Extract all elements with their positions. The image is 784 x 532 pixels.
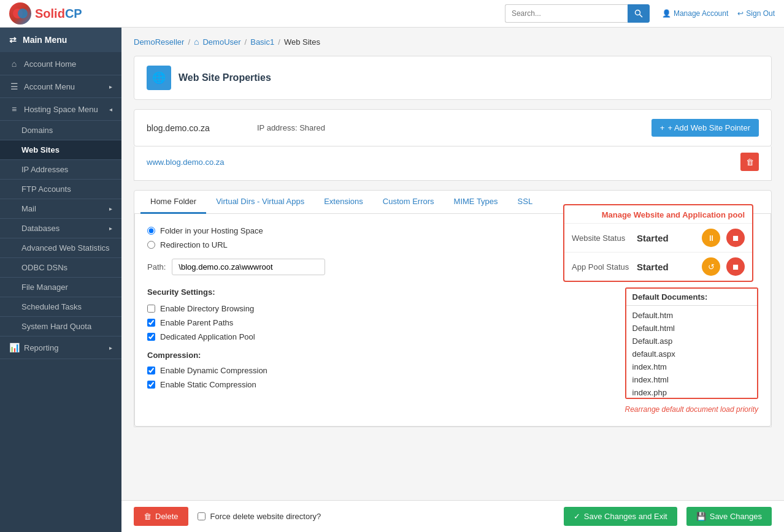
check-parent-paths[interactable]: Enable Parent Paths xyxy=(147,318,607,327)
sidebar-item-advanced-web-stats[interactable]: Advanced Web Statistics xyxy=(0,238,121,258)
add-pointer-button[interactable]: + + Add Web Site Pointer xyxy=(651,119,759,137)
breadcrumb-sep-3: / xyxy=(278,37,280,47)
website-pause-button[interactable]: ⏸ xyxy=(702,229,720,247)
list-item[interactable]: Default.asp xyxy=(626,335,757,348)
breadcrumb-basic1[interactable]: Basic1 xyxy=(250,37,274,47)
check-dynamic-compress[interactable]: Enable Dynamic Compression xyxy=(147,366,607,375)
sidebar-item-hosting-space-menu[interactable]: ≡ Hosting Space Menu ◂ xyxy=(0,98,121,121)
tab-mime-types[interactable]: MIME Types xyxy=(444,191,508,214)
check-dedicated-app-pool[interactable]: Dedicated Application Pool xyxy=(147,332,607,341)
search-box xyxy=(505,4,650,23)
menu-icon: ⇄ xyxy=(9,35,17,45)
sidebar-item-odbc-dsns[interactable]: ODBC DSNs xyxy=(0,258,121,278)
tab-virtual-dirs[interactable]: Virtual Dirs - Virtual Apps xyxy=(206,191,314,214)
db-chevron-icon: ▸ xyxy=(109,225,112,232)
app-pool-restart-button[interactable]: ↺ xyxy=(702,257,720,276)
site-url-link[interactable]: www.blog.demo.co.za xyxy=(147,158,224,167)
check-dynamic-compress-input[interactable] xyxy=(147,367,155,374)
restart-icon: ↺ xyxy=(708,262,715,272)
app-pool-status-row: App Pool Status Started ↺ ⏹ xyxy=(564,252,752,281)
breadcrumb-current: Web Sites xyxy=(284,37,320,47)
compression-section: Compression: Enable Dynamic Compression … xyxy=(147,351,607,389)
check-dir-browsing-input[interactable] xyxy=(147,305,155,313)
site-domain: blog.demo.co.za xyxy=(147,123,245,133)
sidebar-item-account-menu[interactable]: ☰ Account Menu ▸ xyxy=(0,75,121,98)
check-parent-paths-input[interactable] xyxy=(147,319,155,327)
list-item[interactable]: index.htm xyxy=(626,360,757,373)
app-pool-status-value: Started xyxy=(637,262,696,272)
settings-cols: Security Settings: Enable Directory Brow… xyxy=(147,287,758,414)
sidebar-item-ftp-accounts[interactable]: FTP Accounts xyxy=(0,180,121,199)
manage-account-link[interactable]: 👤 Manage Account xyxy=(662,9,728,18)
compression-title: Compression: xyxy=(147,351,607,360)
search-button[interactable] xyxy=(628,4,650,23)
website-stop-button[interactable]: ⏹ xyxy=(726,229,745,247)
default-docs-list: Default.htm Default.html Default.asp def… xyxy=(626,306,757,398)
sidebar-item-ip-addresses[interactable]: IP Addresses xyxy=(0,160,121,180)
hosting-menu-icon: ≡ xyxy=(9,104,19,114)
sidebar-item-account-home[interactable]: ⌂ Account Home xyxy=(0,53,121,75)
sidebar-item-web-sites[interactable]: Web Sites xyxy=(0,140,121,160)
check-static-compress-input[interactable] xyxy=(147,381,155,389)
tab-custom-errors[interactable]: Custom Errors xyxy=(373,191,444,214)
user-icon: 👤 xyxy=(662,9,671,18)
path-input[interactable] xyxy=(172,259,325,275)
sidebar-item-domains[interactable]: Domains xyxy=(0,121,121,140)
logo-icon xyxy=(9,2,31,25)
site-url-row: www.blog.demo.co.za 🗑 xyxy=(134,146,772,181)
search-input[interactable] xyxy=(505,4,628,23)
check-dir-browsing[interactable]: Enable Directory Browsing xyxy=(147,304,607,313)
website-status-label: Website Status xyxy=(572,234,631,243)
tab-extensions[interactable]: Extensions xyxy=(314,191,373,214)
breadcrumb-demouser[interactable]: DemoUser xyxy=(202,37,240,47)
breadcrumb-home-icon: ⌂ xyxy=(194,37,199,47)
sidebar-item-scheduled-tasks[interactable]: Scheduled Tasks xyxy=(0,297,121,317)
check-dedicated-app-pool-input[interactable] xyxy=(147,333,155,341)
save-button[interactable]: 💾 Save Changes xyxy=(686,507,772,526)
tab-ssl[interactable]: SSL xyxy=(508,191,543,214)
reporting-icon: 📊 xyxy=(9,343,19,352)
default-docs-header: Default Documents: xyxy=(626,289,757,306)
page-header: 🌐 Web Site Properties xyxy=(134,56,772,100)
checkmark-icon: ✓ xyxy=(574,512,580,521)
sidebar-item-system-hard-quota[interactable]: System Hard Quota xyxy=(0,317,121,336)
check-static-compress[interactable]: Enable Static Compression xyxy=(147,380,607,389)
list-item[interactable]: default.aspx xyxy=(626,348,757,360)
reporting-chevron-icon: ▸ xyxy=(109,344,112,351)
delete-button[interactable]: 🗑 Delete xyxy=(134,507,188,526)
search-area: 👤 Manage Account ↩ Sign Out xyxy=(129,4,775,23)
stop-icon: ⏹ xyxy=(732,234,740,243)
status-box: Manage Website and Application pool Webs… xyxy=(563,204,753,282)
radio-folder-input[interactable] xyxy=(147,227,155,235)
force-delete-checkbox[interactable] xyxy=(198,512,206,520)
status-box-header: Manage Website and Application pool xyxy=(564,205,752,223)
app-pool-status-label: App Pool Status xyxy=(572,262,631,272)
list-item[interactable]: Default.htm xyxy=(626,309,757,322)
save-and-exit-button[interactable]: ✓ Save Changes and Exit xyxy=(564,507,677,526)
list-item[interactable]: Default.html xyxy=(626,322,757,335)
force-delete-label[interactable]: Force delete website directory? xyxy=(198,512,555,521)
breadcrumb-demoreseller[interactable]: DemoReseller xyxy=(134,37,184,47)
sidebar-item-file-manager[interactable]: File Manager xyxy=(0,278,121,297)
sidebar-item-reporting[interactable]: 📊 Reporting ▸ xyxy=(0,336,121,359)
chevron-left-icon: ◂ xyxy=(109,106,112,113)
sidebar-item-mail[interactable]: Mail ▸ xyxy=(0,199,121,219)
sidebar-item-databases[interactable]: Databases ▸ xyxy=(0,219,121,238)
tab-home-folder[interactable]: Home Folder xyxy=(140,191,206,214)
app-pool-stop-button[interactable]: ⏹ xyxy=(726,257,745,276)
delete-url-button[interactable]: 🗑 xyxy=(740,153,759,171)
radio-redirect-input[interactable] xyxy=(147,241,155,249)
security-col: Security Settings: Enable Directory Brow… xyxy=(147,287,607,394)
bottom-bar: 🗑 Delete Force delete website directory?… xyxy=(121,500,784,532)
rearrange-hint: Rearrange default document load priority xyxy=(625,405,758,414)
list-item[interactable]: index.php xyxy=(626,386,757,398)
ip-info: IP address: Shared xyxy=(257,123,639,132)
list-item[interactable]: index.html xyxy=(626,373,757,386)
home-icon: ⌂ xyxy=(9,59,19,69)
page-title: Web Site Properties xyxy=(179,72,271,83)
sign-out-link[interactable]: ↩ Sign Out xyxy=(737,9,775,18)
layout: ⇄ Main Menu ⌂ Account Home ☰ Account Men… xyxy=(0,28,784,532)
plus-icon: + xyxy=(660,123,665,132)
mail-chevron-icon: ▸ xyxy=(109,205,112,212)
chevron-icon: ▸ xyxy=(109,83,112,90)
